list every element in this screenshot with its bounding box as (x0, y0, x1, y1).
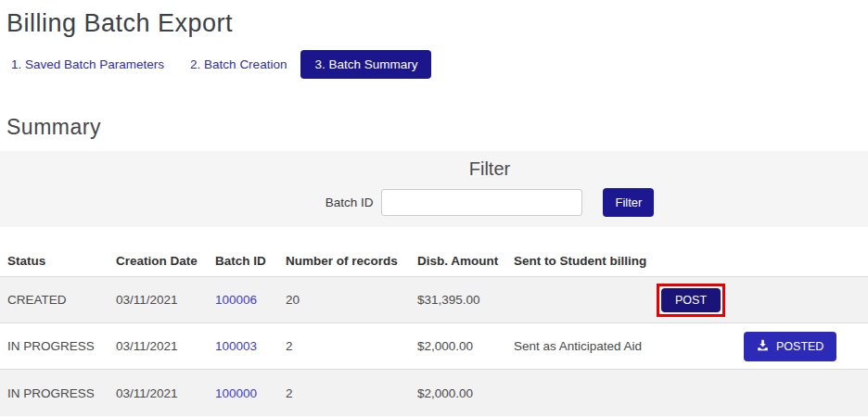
page-title: Billing Batch Export (0, 0, 868, 38)
filter-button[interactable]: Filter (603, 188, 654, 217)
batch-id-link[interactable]: 100003 (215, 339, 257, 353)
summary-heading: Summary (6, 116, 868, 139)
batch-id-link[interactable]: 100000 (215, 386, 257, 400)
actions-cell: POSTED (651, 323, 868, 370)
disb-amount-cell: $2,000.00 (410, 370, 506, 416)
step-batch-creation[interactable]: 2. Batch Creation (190, 57, 287, 71)
creation-date-cell: 03/11/2021 (108, 323, 208, 370)
column-header-sent-to-student-billing: Sent to Student billing (506, 245, 651, 277)
batch-id-link[interactable]: 100006 (215, 293, 257, 307)
download-icon (757, 339, 769, 354)
creation-date-cell: 03/11/2021 (108, 370, 208, 416)
posted-button[interactable]: POSTED (744, 332, 836, 361)
filter-heading: Filter (326, 158, 655, 180)
batch-id-cell: 100003 (208, 323, 278, 370)
disb-amount-cell: $2,000.00 (410, 323, 506, 370)
sent-to-student-billing-cell (506, 277, 651, 323)
disb-amount-cell: $31,395.00 (410, 277, 506, 323)
creation-date-cell: 03/11/2021 (108, 277, 208, 323)
num-records-cell: 20 (278, 277, 410, 323)
batch-id-label: Batch ID (326, 196, 374, 209)
column-header-batch-id: Batch ID (208, 245, 278, 277)
column-header-status: Status (0, 245, 108, 277)
step-saved-batch-parameters[interactable]: 1. Saved Batch Parameters (11, 57, 164, 71)
table-header-row: Status Creation Date Batch ID Number of … (0, 245, 868, 277)
status-cell: IN PROGRESS (0, 370, 108, 416)
sent-to-student-billing-cell (506, 370, 651, 416)
step-batch-summary-active[interactable]: 3. Batch Summary (300, 50, 431, 79)
batch-summary-table: Status Creation Date Batch ID Number of … (0, 245, 868, 416)
column-header-actions (651, 245, 868, 277)
status-cell: IN PROGRESS (0, 323, 108, 370)
batch-id-cell: 100000 (208, 370, 278, 416)
table-row: IN PROGRESS 03/11/2021 100000 2 $2,000.0… (0, 370, 868, 416)
actions-cell: POST (651, 277, 868, 323)
actions-cell (651, 370, 868, 416)
posted-button-label: POSTED (776, 341, 823, 353)
step-tabs: 1. Saved Batch Parameters 2. Batch Creat… (11, 50, 868, 79)
filter-panel: Filter Batch ID Filter (0, 151, 868, 227)
batch-id-input[interactable] (381, 189, 582, 216)
column-header-creation-date: Creation Date (108, 245, 208, 277)
num-records-cell: 2 (278, 323, 410, 370)
column-header-number-of-records: Number of records (278, 245, 410, 277)
status-cell: CREATED (0, 277, 108, 323)
column-header-disb-amount: Disb. Amount (410, 245, 506, 277)
filter-form: Batch ID Filter (326, 188, 655, 217)
num-records-cell: 2 (278, 370, 410, 416)
post-button-highlight-annotation: POST (657, 284, 725, 318)
batch-id-cell: 100006 (208, 277, 278, 323)
post-button[interactable]: POST (661, 288, 721, 313)
table-row: IN PROGRESS 03/11/2021 100003 2 $2,000.0… (0, 323, 868, 370)
table-row: CREATED 03/11/2021 100006 20 $31,395.00 … (0, 277, 868, 323)
sent-to-student-billing-cell: Sent as Anticipated Aid (506, 323, 651, 370)
